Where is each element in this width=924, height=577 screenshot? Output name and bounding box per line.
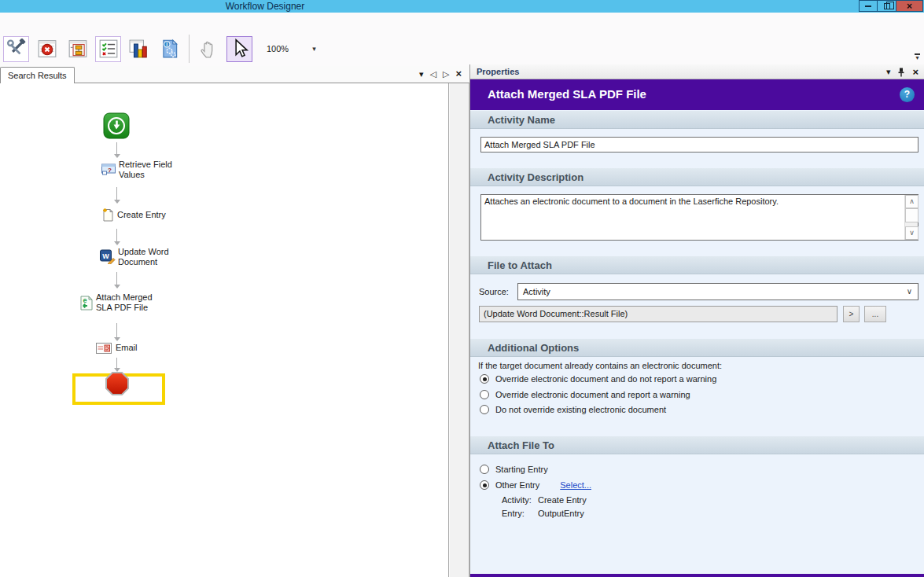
task-list-button[interactable] — [95, 36, 121, 62]
tools-button[interactable] — [3, 36, 29, 62]
window-position-icon[interactable]: ▾ — [886, 67, 891, 77]
workflow-node-retrieve-field-values[interactable]: ? Retrieve Field Values — [101, 160, 183, 180]
workflow-info-button[interactable]: i — [156, 36, 182, 62]
scrollbar-thumb[interactable] — [905, 208, 918, 222]
radio-override-with-warning[interactable] — [480, 390, 489, 399]
token-value-field[interactable]: (Update Word Document::Result File) — [479, 306, 837, 322]
tab-search-results[interactable]: Search Results — [0, 67, 75, 83]
section-header-activity-name: Activity Name — [470, 111, 924, 129]
workflow-diagram-button[interactable] — [64, 36, 90, 62]
properties-panel-header: Properties ▾ × — [470, 64, 924, 79]
svg-text:e: e — [83, 296, 87, 304]
close-button[interactable]: × — [896, 0, 923, 12]
toolbar-separator — [189, 35, 190, 63]
properties-panel: Properties ▾ × Attach Merged SLA PDF Fil… — [469, 64, 924, 577]
radio-row: Do not override existing electronic docu… — [480, 405, 666, 414]
source-label: Source: — [479, 287, 509, 296]
workflow-canvas[interactable]: ? Retrieve Field Values Create Entry — [0, 83, 449, 577]
scroll-down-icon[interactable]: ∨ — [905, 226, 918, 240]
svg-text:?: ? — [108, 167, 112, 174]
detail-label: Activity: — [502, 495, 538, 505]
node-label: Attach Merged SLA PDF File — [96, 292, 162, 313]
workflow-node-email[interactable]: Email — [96, 343, 138, 354]
browse-button[interactable]: ... — [864, 306, 886, 322]
workflow-designer-window: Workflow Designer × — [0, 0, 924, 577]
toolbar-overflow-button[interactable]: ▾ — [915, 53, 920, 60]
main-toolbar: i 100% ▾ ▾ — [0, 13, 924, 66]
workflow-node-update-word-document[interactable]: W Update Word Document — [100, 247, 181, 267]
close-panel-icon[interactable]: × — [912, 66, 918, 78]
field-values-icon: ? — [101, 164, 116, 175]
flow-arrow — [113, 187, 120, 204]
new-document-icon — [101, 208, 114, 222]
word-document-icon: W — [100, 249, 116, 264]
properties-panel-controls: ▾ × — [886, 66, 918, 78]
start-icon — [103, 112, 130, 139]
radio-label: Other Entry — [495, 480, 539, 490]
additional-options-intro: If the target document already contains … — [478, 361, 722, 370]
zoom-level-value[interactable]: 100% — [267, 44, 289, 53]
pointer-icon — [230, 39, 250, 59]
section-header-attach-file-to: Attach File To — [470, 436, 924, 454]
radio-do-not-override[interactable] — [480, 405, 489, 414]
properties-panel-title: Properties — [477, 67, 519, 76]
detail-value: OutputEntry — [538, 509, 584, 518]
minimize-icon — [865, 6, 871, 7]
error-list-icon — [37, 39, 57, 59]
pan-hand-icon — [199, 39, 219, 59]
panel-bottom-accent — [470, 574, 924, 577]
section-header-file-to-attach: File to Attach — [470, 256, 924, 274]
flow-arrow — [113, 272, 120, 288]
token-menu-button[interactable]: > — [843, 306, 860, 322]
restore-button[interactable] — [878, 0, 896, 12]
radio-override-no-warning[interactable] — [480, 374, 489, 384]
restore-icon — [884, 3, 890, 9]
select-entry-link[interactable]: Select... — [560, 480, 591, 490]
activity-description-field: Attaches an electronic document to a doc… — [480, 194, 918, 241]
workflow-node-create-entry[interactable]: Create Entry — [101, 208, 188, 222]
panel-splitter[interactable] — [450, 83, 469, 577]
designer-region: Search Results ▾ ◁ ▷ × — [0, 66, 469, 577]
stop-icon — [105, 371, 130, 396]
section-header-additional-options: Additional Options — [470, 339, 924, 357]
workflow-node-start[interactable] — [103, 112, 130, 139]
source-select[interactable]: Activity ∨ — [517, 283, 918, 300]
workflow-info-icon: i — [160, 39, 180, 59]
tab-bar-controls: ▾ ◁ ▷ × — [419, 68, 462, 79]
window-controls: × — [859, 0, 923, 12]
radio-row: Starting Entry — [480, 465, 548, 474]
radio-starting-entry[interactable] — [480, 465, 489, 474]
node-label: Email — [116, 343, 138, 353]
statistics-button[interactable] — [126, 36, 152, 62]
document-tab-bar: Search Results ▾ ◁ ▷ × — [0, 66, 469, 83]
tab-list-dropdown-icon[interactable]: ▾ — [419, 68, 424, 79]
description-scrollbar[interactable]: ∧ ∨ — [904, 195, 918, 240]
activity-description-input[interactable]: Attaches an electronic document to a doc… — [481, 195, 904, 240]
zoom-dropdown-icon[interactable]: ▾ — [312, 45, 316, 53]
help-icon[interactable]: ? — [900, 87, 915, 102]
activity-title-bar: Attach Merged SLA PDF File ? — [470, 79, 924, 110]
flow-arrow — [113, 323, 120, 341]
toolbar-overflow-icon: ▾ — [915, 54, 918, 61]
workflow-node-end[interactable] — [105, 371, 130, 396]
scroll-tabs-left-icon[interactable]: ◁ — [429, 68, 436, 79]
radio-other-entry[interactable] — [480, 480, 489, 490]
pan-button[interactable] — [196, 36, 222, 62]
close-tab-icon[interactable]: × — [455, 68, 462, 79]
electronic-document-icon: e — [79, 296, 93, 311]
workflow-diagram-icon — [68, 39, 88, 59]
activity-name-input[interactable] — [480, 137, 918, 153]
pin-icon[interactable] — [897, 68, 905, 77]
chevron-down-icon: ∨ — [907, 287, 912, 296]
workflow-node-attach-merged-sla-pdf-file[interactable]: e Attach Merged SLA PDF File — [79, 292, 162, 313]
minimize-button[interactable] — [859, 0, 878, 12]
detail-value: Create Entry — [538, 495, 587, 505]
error-list-button[interactable] — [34, 36, 60, 62]
scroll-tabs-right-icon[interactable]: ▷ — [443, 68, 449, 79]
scroll-up-icon[interactable]: ∧ — [905, 195, 918, 208]
title-bar: Workflow Designer × — [0, 0, 924, 13]
radio-label: Starting Entry — [495, 465, 548, 474]
pointer-button[interactable] — [226, 36, 252, 62]
svg-text:W: W — [102, 252, 109, 260]
node-label: Update Word Document — [118, 247, 181, 267]
